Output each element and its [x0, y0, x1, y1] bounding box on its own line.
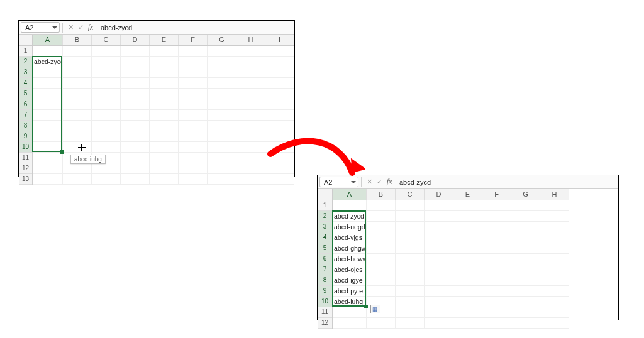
col-header-E[interactable]: E — [150, 35, 179, 45]
cell-B7[interactable] — [63, 110, 92, 120]
cell-C12[interactable] — [92, 163, 121, 173]
col-header-E[interactable]: E — [453, 189, 482, 200]
cell-C7[interactable] — [92, 110, 121, 120]
cell-E13[interactable] — [150, 174, 179, 184]
cell-C7[interactable] — [396, 264, 425, 275]
row-header-10[interactable]: 10 — [19, 142, 32, 153]
row-header-4[interactable]: 4 — [318, 232, 332, 243]
cell-G13[interactable] — [208, 174, 236, 184]
cell-H12[interactable] — [236, 163, 265, 173]
cell-C13[interactable] — [92, 174, 121, 184]
confirm-icon[interactable] — [374, 177, 384, 187]
select-all-corner[interactable] — [19, 35, 33, 46]
cell-H10[interactable] — [236, 142, 265, 152]
cell-F6[interactable] — [179, 99, 208, 109]
cell-F3[interactable] — [179, 67, 208, 77]
cell-B4[interactable] — [63, 78, 92, 88]
cell-F1[interactable] — [179, 46, 208, 56]
cell-A11[interactable] — [33, 153, 63, 163]
cell-H8[interactable] — [236, 121, 265, 131]
cell-H6[interactable] — [236, 99, 265, 109]
cell-G1[interactable] — [208, 46, 236, 56]
cell-A6[interactable]: abcd-heww — [333, 254, 367, 264]
cell-A1[interactable] — [333, 200, 367, 210]
cell-F11[interactable] — [179, 153, 208, 163]
cell-F5[interactable] — [482, 243, 511, 253]
row-header-7[interactable]: 7 — [318, 264, 332, 275]
name-box[interactable]: A2 — [319, 177, 358, 187]
cell-C11[interactable] — [396, 307, 425, 317]
cell-E3[interactable] — [150, 67, 179, 77]
cell-H3[interactable] — [540, 222, 569, 232]
cell-C4[interactable] — [396, 232, 425, 243]
cell-H2[interactable] — [540, 211, 569, 221]
cell-E2[interactable] — [453, 211, 482, 221]
cell-E4[interactable] — [150, 78, 179, 88]
col-header-H[interactable]: H — [236, 35, 265, 45]
cell-G1[interactable] — [511, 200, 540, 210]
fx-icon[interactable]: fx — [86, 23, 96, 33]
cell-D10[interactable] — [425, 297, 453, 307]
cell-D5[interactable] — [121, 89, 150, 99]
cell-F13[interactable] — [179, 174, 208, 184]
col-header-I[interactable]: I — [265, 35, 294, 45]
cell-C2[interactable] — [396, 211, 425, 221]
cell-C3[interactable] — [396, 222, 425, 232]
cell-D2[interactable] — [425, 211, 453, 221]
cell-A7[interactable]: abcd-ojes — [333, 264, 367, 275]
col-header-D[interactable]: D — [121, 35, 150, 45]
cell-E11[interactable] — [150, 153, 179, 163]
col-header-G[interactable]: G — [511, 189, 540, 200]
cell-D4[interactable] — [425, 232, 453, 243]
cell-D9[interactable] — [121, 131, 150, 141]
cell-E12[interactable] — [150, 163, 179, 173]
cell-A11[interactable] — [333, 307, 367, 317]
cell-E1[interactable] — [453, 200, 482, 210]
cell-A8[interactable]: abcd-igye — [333, 275, 367, 285]
cell-E10[interactable] — [453, 297, 482, 307]
select-all-corner[interactable] — [318, 189, 333, 200]
cell-A4[interactable] — [33, 78, 63, 88]
cell-G9[interactable] — [511, 286, 540, 296]
cell-H8[interactable] — [540, 275, 569, 285]
cell-D12[interactable] — [425, 318, 453, 328]
cell-B3[interactable] — [63, 67, 92, 77]
cell-D10[interactable] — [121, 142, 150, 152]
cell-H12[interactable] — [540, 318, 569, 328]
row-header-5[interactable]: 5 — [318, 243, 332, 254]
cell-H9[interactable] — [540, 286, 569, 296]
cell-D8[interactable] — [425, 275, 453, 285]
cell-F9[interactable] — [179, 131, 208, 141]
cell-C8[interactable] — [92, 121, 121, 131]
cell-G12[interactable] — [208, 163, 236, 173]
cell-E6[interactable] — [453, 254, 482, 264]
cell-F12[interactable] — [179, 163, 208, 173]
col-header-B[interactable]: B — [63, 35, 92, 45]
cancel-icon[interactable] — [65, 23, 75, 33]
cell-B10[interactable] — [63, 142, 92, 152]
cell-H5[interactable] — [540, 243, 569, 253]
cell-H7[interactable] — [540, 264, 569, 275]
cell-E6[interactable] — [150, 99, 179, 109]
cell-B3[interactable] — [367, 222, 396, 232]
cell-A5[interactable]: abcd-ghgw — [333, 243, 367, 253]
fill-handle[interactable] — [60, 150, 64, 154]
cell-B2[interactable] — [367, 211, 396, 221]
cell-A1[interactable] — [33, 46, 63, 56]
cell-A2[interactable]: abcd-zycd — [33, 57, 63, 67]
cell-H11[interactable] — [236, 153, 265, 163]
row-header-11[interactable]: 11 — [19, 153, 32, 163]
cell-G3[interactable] — [511, 222, 540, 232]
cell-B6[interactable] — [367, 254, 396, 264]
cell-B9[interactable] — [63, 131, 92, 141]
cell-I10[interactable] — [265, 142, 294, 152]
cell-G10[interactable] — [511, 297, 540, 307]
cell-C6[interactable] — [92, 99, 121, 109]
cell-G5[interactable] — [511, 243, 540, 253]
col-header-C[interactable]: C — [396, 189, 425, 200]
formula-bar[interactable]: abcd-zycd — [101, 24, 132, 31]
cell-D7[interactable] — [121, 110, 150, 120]
cell-G10[interactable] — [208, 142, 236, 152]
cell-D8[interactable] — [121, 121, 150, 131]
cell-I9[interactable] — [265, 131, 294, 141]
